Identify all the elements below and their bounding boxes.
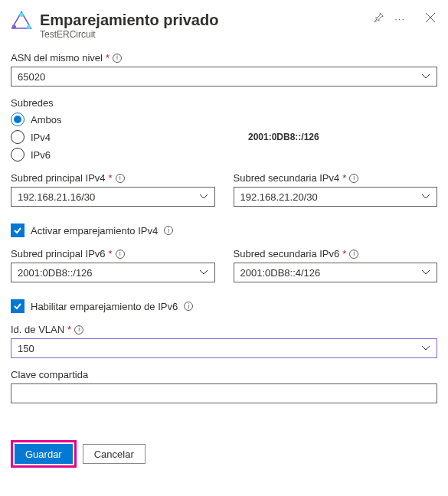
info-icon[interactable]: i xyxy=(113,54,122,63)
ipv6-primary-input[interactable]: 2001:0DB8::/126 xyxy=(11,263,215,282)
radio-ipv6-label: IPv6 xyxy=(31,149,51,161)
chevron-down-icon xyxy=(421,71,430,83)
vlan-input[interactable]: 150 xyxy=(11,338,437,358)
info-icon[interactable]: i xyxy=(116,250,125,259)
asn-label: ASN del mismo nivel xyxy=(11,52,103,64)
ipv4-primary-value: 192.168.21.16/30 xyxy=(18,191,95,203)
svg-point-1 xyxy=(19,13,23,17)
resource-icon xyxy=(11,11,32,32)
vlan-label: Id. de VLAN xyxy=(11,324,64,335)
radio-both[interactable]: Ambos xyxy=(11,113,437,126)
subnets-label: Subredes xyxy=(11,97,437,109)
info-icon[interactable]: i xyxy=(349,174,358,183)
cancel-button[interactable]: Cancelar xyxy=(83,444,146,464)
save-highlight: Guardar xyxy=(11,440,77,468)
ipv4-secondary-input[interactable]: 192.168.21.20/30 xyxy=(234,187,438,207)
asn-select[interactable]: 65020 xyxy=(11,67,437,86)
info-icon[interactable]: i xyxy=(116,174,125,183)
chevron-down-icon xyxy=(421,191,430,203)
ipv6-enable-checkbox[interactable]: Habilitar emparejamiento de IPv6 i xyxy=(11,299,437,313)
chevron-down-icon xyxy=(421,267,430,279)
svg-point-2 xyxy=(27,24,31,28)
shared-key-label: Clave compartida xyxy=(11,369,88,380)
ipv4-secondary-label: Subred secundaria IPv4 xyxy=(234,172,340,184)
save-button[interactable]: Guardar xyxy=(15,444,73,464)
pin-icon[interactable] xyxy=(371,11,385,27)
shared-key-input[interactable] xyxy=(11,383,437,403)
ipv6-enable-label: Habilitar emparejamiento de IPv6 xyxy=(31,301,178,312)
required-marker: * xyxy=(106,52,110,64)
ipv4-extra-text: 2001:0DB8::/126 xyxy=(248,132,319,142)
ipv4-primary-input[interactable]: 192.168.21.16/30 xyxy=(11,187,215,207)
ipv6-secondary-value: 2001:0DB8::4/126 xyxy=(240,267,321,279)
ipv6-primary-value: 2001:0DB8::/126 xyxy=(18,267,93,279)
ipv4-secondary-value: 192.168.21.20/30 xyxy=(240,191,318,203)
close-icon[interactable] xyxy=(423,11,437,27)
radio-ipv4[interactable]: IPv4 2001:0DB8::/126 xyxy=(11,130,437,144)
radio-ipv6[interactable]: IPv6 xyxy=(11,148,437,162)
ipv4-enable-checkbox[interactable]: Activar emparejamiento IPv4 i xyxy=(11,224,437,237)
ipv6-secondary-input[interactable]: 2001:0DB8::4/126 xyxy=(234,263,438,282)
more-icon[interactable]: ··· xyxy=(393,11,407,26)
required-marker: * xyxy=(67,324,71,335)
required-marker: * xyxy=(342,172,346,184)
chevron-down-icon xyxy=(421,343,430,354)
ipv6-secondary-label: Subred secundaria IPv6 xyxy=(234,248,340,259)
breadcrumb: TestERCircuit xyxy=(40,29,364,40)
chevron-down-icon xyxy=(199,191,208,203)
ipv4-enable-label: Activar emparejamiento IPv4 xyxy=(31,225,158,237)
radio-ipv4-label: IPv4 xyxy=(31,132,51,143)
asn-value: 65020 xyxy=(18,71,45,83)
chevron-down-icon xyxy=(199,267,208,279)
required-marker: * xyxy=(109,248,113,259)
info-icon[interactable]: i xyxy=(184,302,193,311)
ipv4-primary-label: Subred principal IPv4 xyxy=(11,172,106,184)
required-marker: * xyxy=(342,248,346,259)
required-marker: * xyxy=(109,172,113,184)
info-icon[interactable]: i xyxy=(74,325,83,334)
ipv6-primary-label: Subred principal IPv6 xyxy=(11,248,106,259)
info-icon[interactable]: i xyxy=(164,226,173,235)
svg-point-3 xyxy=(12,24,16,28)
info-icon[interactable]: i xyxy=(349,250,358,259)
radio-both-label: Ambos xyxy=(31,114,61,126)
page-title: Emparejamiento privado xyxy=(40,11,364,29)
vlan-value: 150 xyxy=(18,343,34,354)
